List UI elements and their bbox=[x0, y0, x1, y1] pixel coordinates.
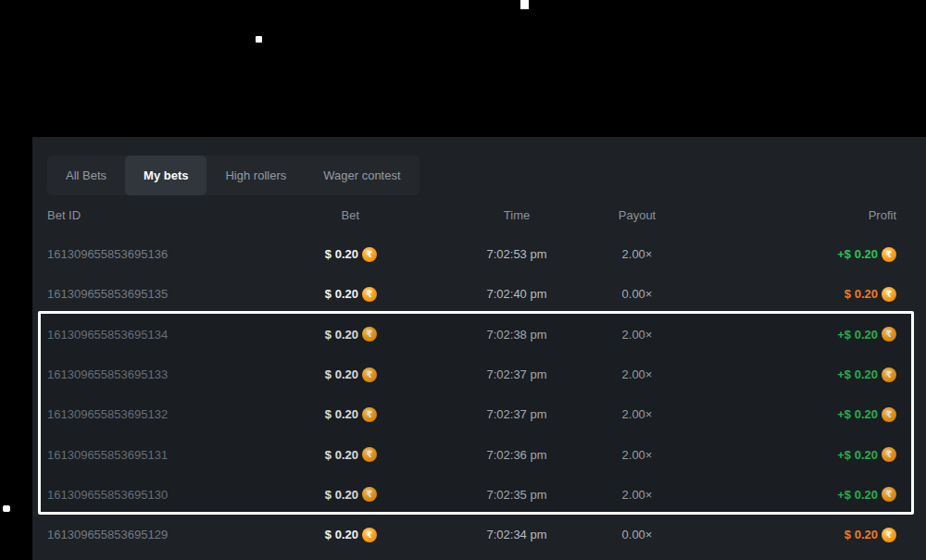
bet-amount-cell: $ 0.20 ₹ bbox=[303, 327, 377, 342]
bet-amount-cell: $ 0.20 ₹ bbox=[303, 287, 377, 302]
payout-cell: 2.00× bbox=[582, 448, 693, 462]
rupee-coin-icon: ₹ bbox=[362, 287, 377, 302]
profit-amount: +$ 0.20 bbox=[837, 488, 878, 502]
tab-label: All Bets bbox=[66, 168, 106, 182]
rupee-coin-icon: ₹ bbox=[882, 407, 896, 422]
profit-amount: +$ 0.20 bbox=[837, 448, 878, 462]
bet-id-cell: 161309655853695133 bbox=[47, 367, 303, 381]
tab[interactable]: All Bets bbox=[47, 156, 125, 195]
bet-id-cell: 161309655853695131 bbox=[47, 448, 303, 462]
tab[interactable]: High rollers bbox=[206, 156, 305, 195]
payout-cell: 2.00× bbox=[582, 247, 693, 261]
col-header-profit: Profit bbox=[693, 208, 896, 222]
bet-row[interactable]: 161309655853695130 $ 0.20 ₹ 7:02:35 pm 2… bbox=[47, 475, 896, 515]
bet-amount: $ 0.20 bbox=[325, 528, 358, 541]
bet-amount-cell: $ 0.20 ₹ bbox=[303, 407, 377, 422]
bet-amount: $ 0.20 bbox=[325, 328, 358, 342]
col-header-bet-id: Bet ID bbox=[47, 208, 303, 222]
bet-row[interactable]: 161309655853695132 $ 0.20 ₹ 7:02:37 pm 2… bbox=[47, 394, 896, 434]
time-cell: 7:02:40 pm bbox=[452, 287, 582, 301]
profit-amount: +$ 0.20 bbox=[837, 328, 878, 342]
bet-row[interactable]: 161309655853695131 $ 0.20 ₹ 7:02:36 pm 2… bbox=[47, 434, 896, 474]
bets-tabs: All Bets My bets High rollers Wager cont… bbox=[47, 156, 419, 195]
time-cell: 7:02:34 pm bbox=[452, 528, 582, 541]
bet-row[interactable]: 161309655853695129 $ 0.20 ₹ 7:02:34 pm 0… bbox=[47, 515, 896, 554]
payout-cell: 2.00× bbox=[582, 328, 693, 342]
annotation-mark-upper-left bbox=[256, 36, 262, 43]
bet-id-cell: 161309655853695134 bbox=[47, 328, 303, 342]
profit-cell: +$ 0.20 ₹ bbox=[693, 367, 896, 382]
col-header-payout: Payout bbox=[582, 208, 693, 222]
bet-amount-cell: $ 0.20 ₹ bbox=[303, 528, 377, 542]
profit-cell: +$ 0.20 ₹ bbox=[693, 327, 896, 342]
bet-row[interactable]: 161309655853695134 $ 0.20 ₹ 7:02:38 pm 2… bbox=[47, 315, 896, 355]
tab-label: My bets bbox=[144, 168, 188, 182]
profit-cell: +$ 0.20 ₹ bbox=[693, 407, 896, 422]
rupee-coin-icon: ₹ bbox=[882, 367, 896, 382]
col-header-time: Time bbox=[452, 208, 582, 222]
time-cell: 7:02:36 pm bbox=[452, 448, 582, 462]
bet-id-cell: 161309655853695135 bbox=[47, 287, 303, 301]
payout-cell: 2.00× bbox=[582, 407, 693, 421]
rupee-coin-icon: ₹ bbox=[362, 367, 377, 382]
payout-cell: 0.00× bbox=[582, 528, 693, 541]
bet-amount: $ 0.20 bbox=[325, 367, 358, 381]
rupee-coin-icon: ₹ bbox=[362, 447, 377, 462]
profit-cell: +$ 0.20 ₹ bbox=[693, 447, 896, 462]
profit-amount: +$ 0.20 bbox=[837, 407, 878, 421]
payout-cell: 2.00× bbox=[582, 488, 693, 502]
time-cell: 7:02:37 pm bbox=[452, 407, 582, 421]
annotation-mark-top bbox=[520, 0, 529, 9]
time-cell: 7:02:53 pm bbox=[452, 247, 582, 261]
bet-amount-cell: $ 0.20 ₹ bbox=[303, 447, 377, 462]
rupee-coin-icon: ₹ bbox=[882, 247, 896, 262]
bets-panel: All Bets My bets High rollers Wager cont… bbox=[32, 137, 926, 560]
tab-label: High rollers bbox=[225, 168, 286, 182]
table-body: 161309655853695136 $ 0.20 ₹ 7:02:53 pm 2… bbox=[47, 234, 896, 554]
rupee-coin-icon: ₹ bbox=[882, 447, 896, 462]
profit-amount: +$ 0.20 bbox=[837, 367, 878, 381]
profit-cell: +$ 0.20 ₹ bbox=[693, 487, 896, 502]
col-header-bet: Bet bbox=[303, 208, 377, 222]
page: All Bets My bets High rollers Wager cont… bbox=[0, 0, 926, 560]
bet-id-cell: 161309655853695132 bbox=[47, 407, 303, 421]
bet-row[interactable]: 161309655853695135 $ 0.20 ₹ 7:02:40 pm 0… bbox=[47, 274, 896, 314]
rupee-coin-icon: ₹ bbox=[362, 487, 377, 502]
bet-amount-cell: $ 0.20 ₹ bbox=[303, 487, 377, 502]
time-cell: 7:02:37 pm bbox=[452, 367, 582, 381]
bet-amount: $ 0.20 bbox=[325, 407, 358, 421]
profit-cell: +$ 0.20 ₹ bbox=[693, 247, 896, 262]
rupee-coin-icon: ₹ bbox=[882, 287, 896, 302]
rupee-coin-icon: ₹ bbox=[362, 528, 377, 542]
bet-amount: $ 0.20 bbox=[325, 448, 358, 462]
bet-id-cell: 161309655853695136 bbox=[47, 247, 303, 261]
tab-label: Wager contest bbox=[323, 168, 400, 182]
profit-amount: +$ 0.20 bbox=[837, 247, 878, 261]
rupee-coin-icon: ₹ bbox=[362, 247, 377, 262]
profit-cell: $ 0.20 ₹ bbox=[693, 528, 896, 542]
table-header: Bet ID Bet Time Payout Profit bbox=[47, 203, 896, 227]
bet-amount: $ 0.20 bbox=[325, 287, 358, 301]
bet-id-cell: 161309655853695129 bbox=[47, 528, 303, 541]
tab[interactable]: Wager contest bbox=[305, 156, 419, 195]
bet-amount: $ 0.20 bbox=[325, 247, 358, 261]
rupee-coin-icon: ₹ bbox=[362, 327, 377, 342]
bet-row[interactable]: 161309655853695133 $ 0.20 ₹ 7:02:37 pm 2… bbox=[47, 355, 896, 394]
tab[interactable]: My bets bbox=[125, 156, 206, 195]
bet-amount-cell: $ 0.20 ₹ bbox=[303, 247, 377, 262]
rupee-coin-icon: ₹ bbox=[882, 327, 896, 342]
rupee-coin-icon: ₹ bbox=[362, 407, 377, 422]
payout-cell: 0.00× bbox=[582, 287, 693, 301]
bet-amount-cell: $ 0.20 ₹ bbox=[303, 367, 377, 382]
bet-amount: $ 0.20 bbox=[325, 488, 358, 502]
payout-cell: 2.00× bbox=[582, 367, 693, 381]
profit-cell: $ 0.20 ₹ bbox=[693, 287, 896, 302]
annotation-mark-left bbox=[3, 505, 10, 512]
time-cell: 7:02:35 pm bbox=[452, 488, 582, 502]
time-cell: 7:02:38 pm bbox=[452, 328, 582, 342]
rupee-coin-icon: ₹ bbox=[882, 528, 896, 542]
bet-id-cell: 161309655853695130 bbox=[47, 488, 303, 502]
bet-row[interactable]: 161309655853695136 $ 0.20 ₹ 7:02:53 pm 2… bbox=[47, 234, 896, 274]
rupee-coin-icon: ₹ bbox=[882, 487, 896, 502]
profit-amount: $ 0.20 bbox=[845, 528, 878, 541]
